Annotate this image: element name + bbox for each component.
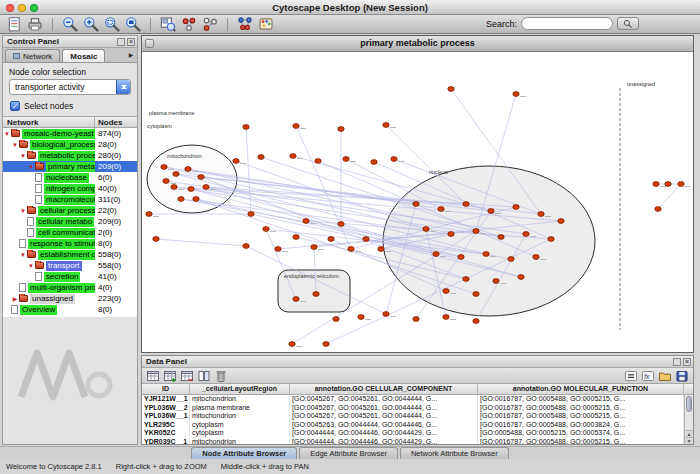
network-node[interactable] bbox=[423, 227, 429, 232]
table-row-ydr039c-1[interactable]: YDR039C__1mitochondrion[GO:0044444, GO:0… bbox=[142, 438, 684, 445]
tree-item-metabolic-process[interactable]: ▼metabolic process280(0) bbox=[3, 150, 137, 161]
delete-rows-icon[interactable] bbox=[214, 369, 228, 383]
network-node[interactable] bbox=[443, 315, 449, 320]
network-node[interactable] bbox=[391, 157, 397, 162]
table-row-ylr295c[interactable]: YLR295Ccytoplasm[GO:0045263, GO:0044444,… bbox=[142, 421, 684, 430]
network-node[interactable] bbox=[153, 237, 159, 242]
network-node[interactable] bbox=[438, 207, 444, 212]
network-node[interactable] bbox=[311, 245, 317, 250]
select-attributes-icon[interactable] bbox=[146, 369, 160, 383]
tree-item-macromolecule[interactable]: macromolecule311(0) bbox=[3, 194, 137, 205]
zoom-in-icon[interactable] bbox=[83, 16, 99, 32]
table-row-ypl036w-2[interactable]: YPL036W__2plasma membrane[GO:0045267, GO… bbox=[142, 404, 684, 413]
equation-builder-icon[interactable]: fx bbox=[641, 369, 655, 383]
print-icon[interactable] bbox=[27, 16, 43, 32]
network-node[interactable] bbox=[458, 255, 464, 260]
network-node[interactable] bbox=[313, 292, 319, 297]
network-node[interactable] bbox=[653, 182, 659, 187]
tab-node-attribute-browser[interactable]: Node Attribute Browser bbox=[191, 447, 297, 459]
tree-item-cell-communicat[interactable]: cell communicat2(0) bbox=[3, 227, 137, 238]
node-color-select[interactable]: transporter activity bbox=[9, 79, 131, 95]
network-node[interactable] bbox=[383, 123, 389, 128]
expander-icon[interactable]: ▼ bbox=[19, 153, 27, 159]
zoom-fit-icon[interactable] bbox=[125, 16, 141, 32]
new-network-from-selection-icon[interactable] bbox=[237, 16, 253, 32]
close-button[interactable] bbox=[6, 4, 14, 12]
network-node[interactable] bbox=[338, 127, 344, 132]
network-node[interactable] bbox=[293, 297, 299, 302]
network-node[interactable] bbox=[493, 279, 499, 284]
copy-attributes-icon[interactable] bbox=[197, 369, 211, 383]
network-node[interactable] bbox=[655, 207, 661, 212]
network-node[interactable] bbox=[328, 237, 334, 242]
network-node[interactable] bbox=[548, 237, 554, 242]
frame-menu-icon[interactable] bbox=[145, 39, 154, 48]
window-titlebar[interactable]: Cytoscape Desktop (New Session) bbox=[0, 0, 700, 15]
network-node[interactable] bbox=[443, 289, 449, 294]
zoom-out-icon[interactable] bbox=[62, 16, 78, 32]
network-node[interactable] bbox=[533, 255, 539, 260]
show-all-icon[interactable] bbox=[202, 16, 218, 32]
close-panel-icon[interactable]: × bbox=[127, 38, 135, 46]
network-node[interactable] bbox=[248, 212, 254, 217]
network-node[interactable] bbox=[523, 232, 529, 237]
close-data-panel-icon[interactable]: × bbox=[683, 358, 691, 366]
network-node[interactable] bbox=[258, 155, 264, 160]
tree-item-primary-metabolic-process[interactable]: ▼primary metabolic process209(0) bbox=[3, 161, 137, 172]
tree-item-unassigned[interactable]: ▶unassigned223(0) bbox=[3, 293, 137, 304]
tree-item-cellular-metabo[interactable]: cellular metabo209(0) bbox=[3, 216, 137, 227]
network-node[interactable] bbox=[188, 187, 194, 192]
scroll-up-icon[interactable]: ▲ bbox=[685, 430, 693, 437]
tab-overflow-button[interactable]: ▶ bbox=[125, 48, 137, 62]
vizmapper-icon[interactable] bbox=[258, 16, 274, 32]
column-header-cellularlayoutregion[interactable]: _cellularLayoutRegion bbox=[190, 384, 290, 394]
network-node[interactable] bbox=[178, 197, 184, 202]
search-input[interactable] bbox=[521, 17, 613, 30]
network-node[interactable] bbox=[508, 257, 514, 262]
network-node[interactable] bbox=[358, 315, 364, 320]
table-row-ykr052c[interactable]: YKR052Ccytoplasm[GO:0044444, GO:0044446,… bbox=[142, 429, 684, 438]
network-node[interactable] bbox=[343, 157, 349, 162]
network-node[interactable] bbox=[290, 154, 296, 159]
network-node[interactable] bbox=[371, 160, 377, 165]
network-node[interactable] bbox=[293, 124, 299, 129]
network-node[interactable] bbox=[463, 277, 469, 282]
network-node[interactable] bbox=[193, 197, 199, 202]
network-node[interactable] bbox=[463, 202, 469, 207]
tree-item-nitrogen-compo[interactable]: nitrogen compo40(0) bbox=[3, 183, 137, 194]
network-node[interactable] bbox=[433, 252, 439, 257]
tree-item-transport[interactable]: ▼transport558(0) bbox=[3, 260, 137, 271]
network-node[interactable] bbox=[665, 182, 671, 187]
tree-item-biological-process[interactable]: ▼biological_process28(0) bbox=[3, 139, 137, 150]
network-node[interactable] bbox=[348, 247, 354, 252]
network-node[interactable] bbox=[448, 232, 454, 237]
network-node[interactable] bbox=[203, 185, 209, 190]
network-node[interactable] bbox=[243, 244, 249, 249]
tree-item-establishment-of-lo[interactable]: ▼establishment of lo558(0) bbox=[3, 249, 137, 260]
network-node[interactable] bbox=[473, 319, 479, 324]
network-node[interactable] bbox=[483, 252, 489, 257]
table-row-yjr121w-1[interactable]: YJR121W__1mitochondrion[GO:0045267, GO:0… bbox=[142, 395, 684, 404]
network-node[interactable] bbox=[498, 235, 504, 240]
expander-icon[interactable]: ▼ bbox=[19, 252, 27, 258]
network-node[interactable] bbox=[333, 317, 339, 322]
expander-icon[interactable]: ▶ bbox=[11, 295, 19, 302]
tab-mosaic[interactable]: Mosaic bbox=[62, 49, 105, 62]
tree-item-response-to-stimul[interactable]: response to stimul8(0) bbox=[3, 238, 137, 249]
network-node[interactable] bbox=[198, 175, 204, 180]
network-node[interactable] bbox=[488, 209, 494, 214]
network-node[interactable] bbox=[293, 235, 299, 240]
network-node[interactable] bbox=[473, 292, 479, 297]
network-canvas[interactable]: plasma membranecytoplasmmitochondrionnuc… bbox=[142, 52, 693, 352]
scroll-down-icon[interactable]: ▼ bbox=[685, 437, 693, 444]
network-node[interactable] bbox=[413, 202, 419, 207]
network-node[interactable] bbox=[275, 247, 281, 252]
network-node[interactable] bbox=[243, 125, 249, 130]
network-node[interactable] bbox=[413, 317, 419, 322]
expander-icon[interactable]: ▼ bbox=[27, 164, 35, 170]
network-node[interactable] bbox=[233, 159, 239, 164]
column-header-annotation-go-molecular-function[interactable]: annotation.GO MOLECULAR_FUNCTION bbox=[478, 384, 684, 394]
tab-edge-attribute-browser[interactable]: Edge Attribute Browser bbox=[299, 447, 398, 459]
network-node[interactable] bbox=[538, 212, 544, 217]
import-attributes-icon[interactable] bbox=[658, 369, 672, 383]
